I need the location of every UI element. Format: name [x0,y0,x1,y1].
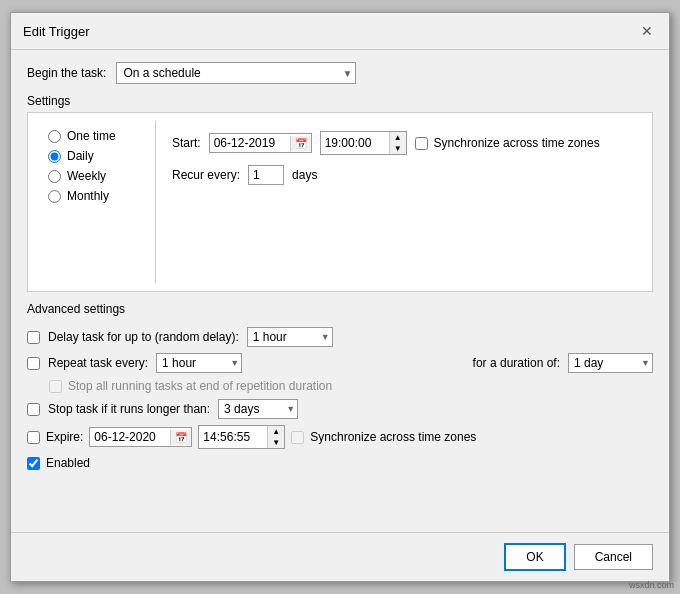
radio-daily-label: Daily [67,149,94,163]
expire-date-input[interactable] [90,428,170,446]
expire-sync-checkbox[interactable] [291,431,304,444]
schedule-dropdown[interactable]: On a schedule At log on At startup On id… [116,62,356,84]
start-date-container: 📅 [209,133,312,153]
repeat-dropdown[interactable]: 1 hour 30 minutes 2 hours [156,353,242,373]
close-button[interactable]: ✕ [637,21,657,41]
duration-dropdown-container: 1 day Indefinitely 1 hour ▼ [568,353,653,373]
start-time-container: ▲ ▼ [320,131,407,155]
repeat-row: Repeat task every: 1 hour 30 minutes 2 h… [27,350,653,376]
delay-dropdown[interactable]: 1 hour 30 minutes 2 hours [247,327,333,347]
repeat-dropdown-container: 1 hour 30 minutes 2 hours ▼ [156,353,242,373]
delay-row: Delay task for up to (random delay): 1 h… [27,324,653,350]
radio-weekly-input[interactable] [48,170,61,183]
sync-timezone-label: Synchronize across time zones [434,136,600,150]
ok-button[interactable]: OK [504,543,565,571]
stop-longer-row: Stop task if it runs longer than: 3 days… [27,396,653,422]
stop-running-label: Stop all running tasks at end of repetit… [68,379,332,393]
duration-row: for a duration of: 1 day Indefinitely 1 … [250,353,653,373]
radio-one-time[interactable]: One time [48,129,143,143]
radio-weekly[interactable]: Weekly [48,169,143,183]
dialog-body: Begin the task: On a schedule At log on … [11,50,669,532]
start-label: Start: [172,136,201,150]
stop-longer-dropdown[interactable]: 3 days 1 hour 1 day [218,399,298,419]
stop-running-row: Stop all running tasks at end of repetit… [27,376,653,396]
begin-task-label: Begin the task: [27,66,106,80]
radio-monthly-label: Monthly [67,189,109,203]
radio-monthly-input[interactable] [48,190,61,203]
enabled-label: Enabled [46,456,90,470]
calendar-button[interactable]: 📅 [290,136,311,151]
begin-task-row: Begin the task: On a schedule At log on … [27,62,653,84]
expire-calendar-button[interactable]: 📅 [170,430,191,445]
repeat-label: Repeat task every: [48,356,148,370]
duration-dropdown[interactable]: 1 day Indefinitely 1 hour [568,353,653,373]
expire-row: Expire: 📅 ▲ ▼ Synchronize across time zo… [27,422,653,452]
expire-time-input[interactable] [199,428,267,446]
expire-checkbox[interactable] [27,431,40,444]
duration-label: for a duration of: [473,356,560,370]
time-spin-buttons: ▲ ▼ [389,132,406,154]
stop-longer-checkbox[interactable] [27,403,40,416]
settings-right-panel: Start: 📅 ▲ ▼ [156,121,644,283]
time-spin-up[interactable]: ▲ [390,132,406,143]
expire-sync-row: Synchronize across time zones [291,430,476,444]
days-label: days [292,168,317,182]
expire-time-spin: ▲ ▼ [267,426,284,448]
delay-dropdown-container: 1 hour 30 minutes 2 hours ▼ [247,327,333,347]
advanced-settings-section: Advanced settings Delay task for up to (… [27,302,653,474]
settings-wrapper: Settings One time Daily Weekly [27,94,653,292]
radio-weekly-label: Weekly [67,169,106,183]
expire-sync-label: Synchronize across time zones [310,430,476,444]
recur-input[interactable] [248,165,284,185]
stop-longer-dropdown-container: 3 days 1 hour 1 day ▼ [218,399,298,419]
enabled-checkbox[interactable] [27,457,40,470]
stop-running-checkbox[interactable] [49,380,62,393]
advanced-settings-label: Advanced settings [27,302,653,316]
delay-label: Delay task for up to (random delay): [48,330,239,344]
expire-label: Expire: [46,430,83,444]
repeat-checkbox[interactable] [27,357,40,370]
radio-one-time-label: One time [67,129,116,143]
edit-trigger-dialog: Edit Trigger ✕ Begin the task: On a sche… [10,12,670,582]
schedule-type-radio-group: One time Daily Weekly Monthly [36,121,156,283]
watermark: wsxdn.com [629,580,674,590]
sync-timezone-checkbox[interactable] [415,137,428,150]
expire-time-spin-up[interactable]: ▲ [268,426,284,437]
schedule-dropdown-container: On a schedule At log on At startup On id… [116,62,356,84]
expire-date-container: 📅 [89,427,192,447]
expire-time-spin-down[interactable]: ▼ [268,437,284,448]
dialog-title: Edit Trigger [23,24,89,39]
title-bar: Edit Trigger ✕ [11,13,669,50]
expire-time-container: ▲ ▼ [198,425,285,449]
start-date-input[interactable] [210,134,290,152]
radio-monthly[interactable]: Monthly [48,189,143,203]
enabled-row: Enabled [27,452,653,474]
radio-one-time-input[interactable] [48,130,61,143]
radio-daily-input[interactable] [48,150,61,163]
settings-section: One time Daily Weekly Monthly [27,112,653,292]
recur-label: Recur every: [172,168,240,182]
stop-longer-label: Stop task if it runs longer than: [48,402,210,416]
radio-daily[interactable]: Daily [48,149,143,163]
sync-timezone-row: Synchronize across time zones [415,136,600,150]
start-row: Start: 📅 ▲ ▼ [172,131,628,155]
cancel-button[interactable]: Cancel [574,544,653,570]
time-spin-down[interactable]: ▼ [390,143,406,154]
recur-row: Recur every: days [172,165,628,185]
settings-section-label: Settings [27,94,653,108]
dialog-footer: OK Cancel [11,532,669,581]
start-time-input[interactable] [321,134,389,152]
delay-checkbox[interactable] [27,331,40,344]
